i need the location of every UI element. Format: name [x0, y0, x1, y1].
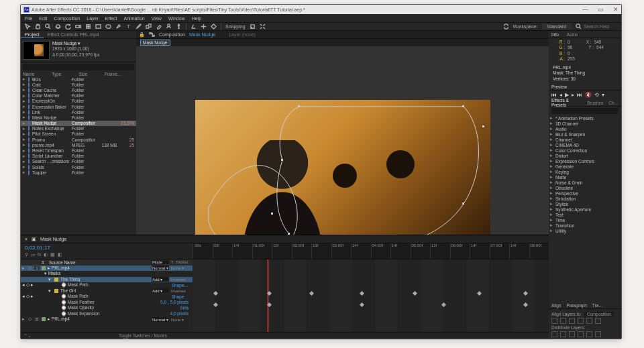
effects-category-item[interactable]: ▸Expression Controls [550, 158, 620, 164]
project-list-item[interactable]: ▸ Mask NudgeFolder [21, 115, 136, 120]
dist-right-button[interactable] [595, 331, 601, 337]
world-axis-icon[interactable] [201, 23, 207, 30]
pen-tool-icon[interactable] [115, 23, 121, 30]
snap-edge-icon[interactable] [250, 23, 256, 30]
effects-category-item[interactable]: ▸Channel [550, 137, 620, 142]
project-list-item[interactable]: ▸ ExpressIOnFolder [21, 99, 136, 104]
project-list-item[interactable]: ▸ BGsFolder [21, 76, 136, 82]
timeline-tab[interactable]: Mask Nudge [40, 237, 66, 241]
effects-category-item[interactable]: ▸Generate [550, 164, 620, 169]
menu-edit[interactable]: Edit [39, 16, 47, 21]
composition-name[interactable]: Mask Nudge [189, 32, 215, 37]
timeline-row[interactable]: ⌚ Mask Opacity 74% [21, 305, 193, 311]
tl-moblur-icon[interactable]: ◐ [44, 252, 48, 257]
effects-category-item[interactable]: ▸Keying [550, 169, 620, 174]
tab-effect-controls[interactable]: Effect Controls PRL.mp4 [44, 31, 103, 38]
project-list-item[interactable]: ▸ LinkFolder [21, 109, 136, 115]
toggle-switches-modes[interactable]: Toggle Switches / Modes [119, 333, 167, 338]
comp-mini-flow-icon[interactable] [149, 32, 155, 38]
effects-category-item[interactable]: ▸Text [550, 212, 620, 217]
tab-effects-presets[interactable]: Effects & Presets [551, 98, 582, 107]
align-bottom-button[interactable] [595, 318, 601, 324]
active-comp-chip[interactable]: Mask Nudge [140, 40, 170, 46]
tab-paragraph[interactable]: Paragraph [566, 303, 586, 308]
col-size[interactable]: Size [78, 72, 87, 76]
align-target-dropdown[interactable]: Composition [584, 312, 614, 316]
project-list-item[interactable]: ▸ PromoComposition 25 [21, 137, 136, 142]
tl-3d-icon[interactable]: ◧ [58, 252, 62, 257]
dist-vcenter-button[interactable] [560, 331, 566, 337]
menu-animation[interactable]: Animation [124, 16, 145, 21]
rect-tool-icon[interactable] [95, 23, 101, 30]
layer-outline[interactable]: # Source Name Mode T .TrkMat ▸◇ 1 ▸ PRL.… [21, 259, 193, 332]
play-button[interactable]: ▶ [565, 92, 569, 98]
project-list-item[interactable]: ▸ TogglerFolder [21, 170, 136, 175]
eraser-tool-icon[interactable] [156, 23, 162, 30]
align-left-button[interactable] [551, 318, 557, 324]
project-list-item[interactable]: ▸ CalcFolder [21, 82, 136, 87]
align-vcenter-button[interactable] [586, 318, 592, 324]
menu-effect[interactable]: Effect [105, 16, 117, 21]
prev-frame-button[interactable]: ◂ [559, 92, 562, 98]
project-list-item[interactable]: ▸ Clear CacheFolder [21, 87, 136, 93]
effects-category-item[interactable]: ▸Stylize [550, 201, 620, 207]
timeline-row[interactable]: ▾ The GirlAdd ▾ Inverted [21, 288, 193, 294]
project-list-item[interactable]: ▸ Search …pressionsFolder [21, 159, 136, 164]
dist-bottom-button[interactable] [569, 331, 575, 337]
tl-search-icon[interactable]: ⚲ [25, 252, 28, 257]
tab-brushes[interactable]: Brushes [587, 101, 603, 105]
effects-category-item[interactable]: ▸* Animation Presets [550, 115, 620, 121]
effects-category-item[interactable]: ▸Perspective [550, 190, 620, 196]
timeline-row[interactable]: ⌚ Mask Feather 5,0 , 5,0 pixels [21, 300, 193, 306]
effects-category-item[interactable]: ▸Noise & Grain [550, 180, 620, 185]
tab-project[interactable]: Project [21, 31, 44, 38]
sync-icon[interactable] [503, 23, 509, 30]
col-name[interactable]: Name [23, 72, 34, 76]
col-frame[interactable]: Frame… [105, 72, 121, 76]
effects-category-item[interactable]: ▸Obsolete [550, 185, 620, 190]
effects-category-item[interactable]: ▸Matte [550, 174, 620, 180]
menu-composition[interactable]: Composition [54, 16, 80, 21]
menu-file[interactable]: File [25, 16, 32, 21]
timeline-row[interactable]: ⌚ Mask Expansion 4,0 pixels [21, 311, 193, 317]
align-hcenter-button[interactable] [560, 318, 566, 324]
comp-thumbnail[interactable] [23, 41, 50, 60]
align-top-button[interactable] [578, 318, 584, 324]
effects-list[interactable]: ▸* Animation Presets▸3D Channel▸Audio▸Bl… [549, 115, 621, 302]
project-list-item[interactable]: ▸ Script LauncherFolder [21, 154, 136, 159]
snap-expand-icon[interactable] [260, 23, 266, 30]
snapping-label[interactable]: Snapping [225, 24, 246, 29]
last-frame-button[interactable]: ⏭ [577, 92, 582, 98]
project-list-item[interactable]: ▸ Color MatcherFolder [21, 93, 136, 99]
project-list-item[interactable]: ▸ Pilot ScreenFolder [21, 131, 136, 137]
orbit-tool-icon[interactable] [55, 23, 61, 30]
project-list-item[interactable]: ▸ promo.mp4MPEG 138 MB25 [21, 142, 136, 148]
tl-fx-icon[interactable]: fx [38, 252, 41, 257]
pan-behind-tool-icon[interactable] [85, 23, 91, 30]
project-filter-input[interactable] [23, 64, 134, 70]
effects-category-item[interactable]: ▸Color Correction [550, 148, 620, 153]
tab-preview[interactable]: Preview [551, 84, 567, 89]
menu-help[interactable]: Help [192, 16, 201, 21]
tl-toggle-collapse-icon[interactable]: ⌄ [28, 333, 32, 339]
effects-category-item[interactable]: ▸Audio [550, 126, 620, 131]
ellipse-tool-icon[interactable] [105, 23, 111, 30]
maximize-button[interactable]: ▭ [598, 6, 604, 13]
effects-category-item[interactable]: ▸Synthetic Aperture [550, 207, 620, 212]
tl-graph-icon[interactable]: ▦ [50, 252, 55, 257]
view-axis-icon[interactable] [211, 23, 217, 30]
timeline-row[interactable]: ▾ The ThingAdd ▾ Inverted [21, 277, 193, 283]
current-timecode[interactable]: 0;02;01;17 [25, 245, 189, 251]
effects-category-item[interactable]: ▸Time [550, 217, 620, 223]
timeline-row[interactable]: ▸◇ 1 ▸ PRL.mp4Normal ▾ None ▾ [21, 266, 193, 272]
local-axis-icon[interactable] [191, 23, 197, 30]
project-list-item[interactable]: ▸ Notes ExchangeFolder [21, 126, 136, 131]
roto-tool-icon[interactable] [166, 23, 172, 30]
selection-tool-icon[interactable] [25, 23, 31, 30]
first-frame-button[interactable]: ⏮ [551, 92, 557, 98]
rotate-tool-icon[interactable] [65, 23, 71, 30]
text-tool-icon[interactable]: T [125, 23, 131, 30]
tab-tracker[interactable]: Tra… [592, 303, 603, 308]
brush-tool-icon[interactable] [136, 23, 142, 30]
effects-search-input[interactable] [551, 108, 619, 114]
